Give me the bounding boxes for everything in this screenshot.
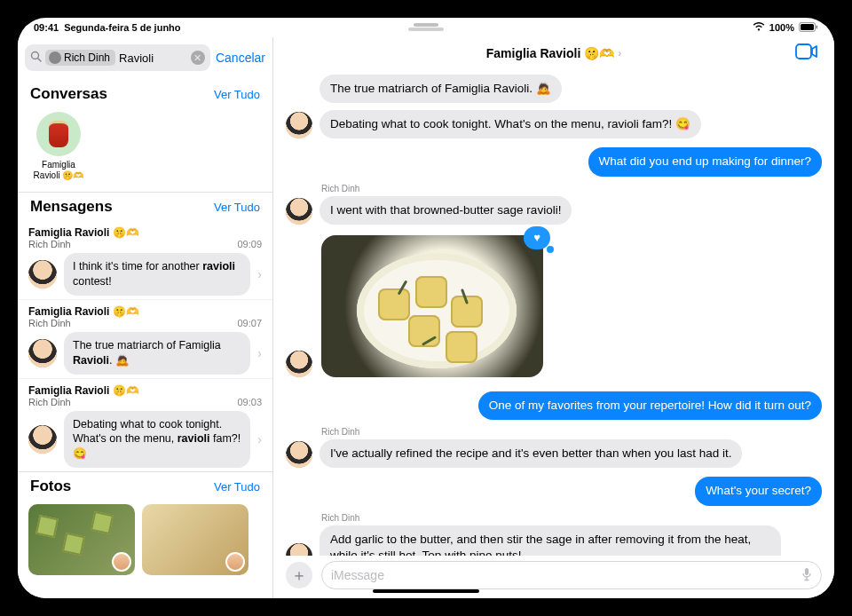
battery-pct: 100% <box>769 22 794 33</box>
message-result[interactable]: Famiglia Ravioli 🤫🫶 Rich Dinh 09:09 I th… <box>18 221 272 299</box>
facetime-button[interactable] <box>795 43 818 63</box>
avatar <box>286 543 312 556</box>
message-sender: Rich Dinh <box>28 318 71 328</box>
message-sender: Rich Dinh <box>28 397 71 407</box>
sidebar: Rich Dinh Ravioli ✕ Cancelar Conversas V… <box>18 37 273 598</box>
avatar <box>286 112 312 138</box>
chat-scroll[interactable]: The true matriarch of Famiglia Ravioli. … <box>273 69 834 556</box>
chat-header[interactable]: Famiglia Ravioli 🤫🫶 › <box>273 37 834 69</box>
message-bubble-in[interactable]: Debating what to cook tonight. What's on… <box>320 110 701 138</box>
search-query-text[interactable]: Ravioli <box>119 51 187 65</box>
status-time: 09:41 <box>34 22 59 33</box>
sender-label: Rich Dinh <box>321 513 822 523</box>
see-all-conversas[interactable]: Ver Tudo <box>214 88 260 101</box>
message-group: Famiglia Ravioli 🤫🫶 <box>28 226 262 239</box>
home-indicator[interactable] <box>373 589 479 593</box>
avatar <box>49 51 61 64</box>
message-image[interactable]: ♥ <box>321 235 543 377</box>
chat-title[interactable]: Famiglia Ravioli 🤫🫶 › <box>486 46 621 60</box>
search-contact-token[interactable]: Rich Dinh <box>45 50 115 66</box>
message-time: 09:07 <box>237 318 262 328</box>
svg-rect-2 <box>816 25 818 28</box>
wifi-icon <box>753 22 765 33</box>
message-bubble-in[interactable]: Add garlic to the butter, and then stir … <box>320 525 781 556</box>
search-token-label: Rich Dinh <box>64 51 110 64</box>
message-result[interactable]: Famiglia Ravioli 🤫🫶 Rich Dinh 09:07 The … <box>18 299 272 378</box>
chevron-right-icon: › <box>257 346 262 360</box>
status-date: Segunda-feira 5 de junho <box>64 22 180 33</box>
svg-rect-1 <box>801 24 814 30</box>
message-group: Famiglia Ravioli 🤫🫶 <box>28 384 262 397</box>
battery-icon <box>799 22 818 34</box>
avatar <box>28 339 57 367</box>
chevron-right-icon: › <box>618 47 621 59</box>
message-time: 09:09 <box>237 239 262 249</box>
message-bubble-out[interactable]: What did you end up making for dinner? <box>588 147 822 176</box>
message-bubble-in[interactable]: I went with that browned-butter sage rav… <box>320 196 572 225</box>
compose-input[interactable]: iMessage <box>321 561 822 589</box>
avatar <box>225 552 245 572</box>
chevron-right-icon: › <box>257 432 262 446</box>
group-avatar <box>36 112 81 156</box>
multitask-indicator-icon[interactable] <box>414 23 438 27</box>
search-icon <box>30 51 42 65</box>
conversation-label: FamigliaRavioli 🤫🫶 <box>30 160 87 181</box>
avatar <box>286 441 312 468</box>
message-group: Famiglia Ravioli 🤫🫶 <box>28 305 262 318</box>
message-preview: Debating what to cook tonight. What's on… <box>64 411 250 469</box>
chat-pane: Famiglia Ravioli 🤫🫶 › The true matriarch… <box>273 37 834 598</box>
conversation-result[interactable]: FamigliaRavioli 🤫🫶 <box>30 112 87 181</box>
photo-result[interactable] <box>142 504 248 575</box>
message-bubble-in[interactable]: I've actually refined the recipe and it'… <box>320 439 742 468</box>
section-title-conversas: Conversas <box>30 85 107 103</box>
message-preview: I think it's time for another ravioli co… <box>64 253 250 296</box>
apps-button[interactable]: ＋ <box>286 562 312 588</box>
svg-rect-5 <box>796 44 811 59</box>
see-all-mensagens[interactable]: Ver Tudo <box>214 201 260 214</box>
compose-placeholder: iMessage <box>331 568 384 582</box>
sender-label: Rich Dinh <box>321 184 822 193</box>
message-bubble-in[interactable]: The true matriarch of Famiglia Ravioli. … <box>320 75 562 103</box>
message-preview: The true matriarch of Famiglia Ravioli. … <box>64 332 250 375</box>
svg-line-4 <box>38 59 42 62</box>
section-title-fotos: Fotos <box>30 478 71 495</box>
see-all-fotos[interactable]: Ver Tudo <box>214 480 260 494</box>
message-bubble-out[interactable]: One of my favorites from your repertoire… <box>478 391 822 420</box>
message-bubble-out[interactable]: What's your secret? <box>695 477 822 505</box>
avatar <box>286 351 312 377</box>
dictate-icon[interactable] <box>801 567 812 584</box>
avatar <box>112 552 131 572</box>
message-sender: Rich Dinh <box>28 239 71 249</box>
cancel-button[interactable]: Cancelar <box>216 51 265 65</box>
clear-search-button[interactable]: ✕ <box>191 51 205 65</box>
avatar <box>28 260 57 288</box>
photo-result[interactable] <box>28 504 135 575</box>
svg-rect-6 <box>805 568 809 575</box>
avatar <box>286 198 312 225</box>
avatar <box>28 425 57 454</box>
message-time: 09:03 <box>237 397 262 407</box>
multitask-indicator-icon[interactable] <box>408 28 444 31</box>
chevron-right-icon: › <box>257 267 262 281</box>
search-input[interactable]: Rich Dinh Ravioli ✕ <box>25 44 210 71</box>
tapback-love-icon[interactable]: ♥ <box>524 226 550 249</box>
message-result[interactable]: Famiglia Ravioli 🤫🫶 Rich Dinh 09:03 Deba… <box>18 378 272 472</box>
section-title-mensagens: Mensagens <box>30 198 113 216</box>
sender-label: Rich Dinh <box>321 427 822 437</box>
